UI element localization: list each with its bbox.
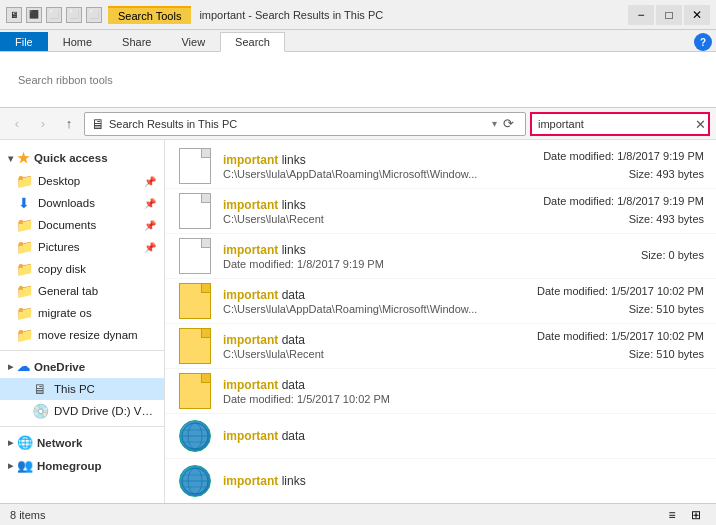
list-view-button[interactable]: ≡	[662, 505, 682, 525]
sidebar-item-copydisk[interactable]: 📁 copy disk	[0, 258, 164, 280]
tb-icon-1[interactable]: ⬛	[26, 7, 42, 23]
sidebar-migrateos-label: migrate os	[38, 307, 156, 319]
file-name-rest: links	[278, 198, 305, 212]
pin-icon: 📌	[144, 176, 156, 187]
file-icon-doc	[177, 238, 213, 274]
pin-icon-2: 📌	[144, 198, 156, 209]
sidebar-item-pictures[interactable]: 📁 Pictures 📌	[0, 236, 164, 258]
quick-access-arrow: ▾	[8, 153, 13, 164]
file-icon-folder	[177, 283, 213, 319]
help-button[interactable]: ?	[694, 33, 712, 51]
homegroup-arrow: ▸	[8, 460, 13, 471]
sidebar-item-desktop[interactable]: 📁 Desktop 📌	[0, 170, 164, 192]
homegroup-header[interactable]: ▸ 👥 Homegroup	[0, 454, 164, 477]
sidebar-item-migrateos[interactable]: 📁 migrate os	[0, 302, 164, 324]
onedrive-header[interactable]: ▸ ☁ OneDrive	[0, 355, 164, 378]
file-name: important links	[223, 153, 504, 167]
file-size: Size: 510 bytes	[504, 346, 704, 364]
file-item[interactable]: important data	[165, 414, 716, 459]
file-item[interactable]: important links	[165, 459, 716, 503]
file-path: C:\Users\lula\Recent	[223, 213, 504, 225]
document-icon	[179, 238, 211, 274]
sidebar-item-downloads[interactable]: ⬇ Downloads 📌	[0, 192, 164, 214]
file-name-highlight: important	[223, 333, 278, 347]
title-bar-icons: 🖥 ⬛ ⬜ ⬜ ⬜	[6, 7, 102, 23]
network-header[interactable]: ▸ 🌐 Network	[0, 431, 164, 454]
file-date: Date modified: 1/5/2017 10:02 PM	[504, 283, 704, 301]
sidebar: ▾ ★ Quick access 📁 Desktop 📌 ⬇ Downloads…	[0, 140, 165, 503]
ribbon-placeholder: Search ribbon tools	[8, 74, 123, 86]
close-button[interactable]: ✕	[684, 5, 710, 25]
file-name-rest: links	[278, 474, 305, 488]
status-bar: 8 items ≡ ⊞	[0, 503, 716, 525]
file-icon-globe	[177, 463, 213, 499]
ribbon-tabs: File Home Share View Search ?	[0, 30, 716, 52]
file-item[interactable]: important links C:\Users\lula\AppData\Ro…	[165, 144, 716, 189]
tb-icon-2[interactable]: ⬜	[46, 7, 62, 23]
file-name-highlight: important	[223, 153, 278, 167]
file-path: C:\Users\lula\Recent	[223, 348, 504, 360]
sidebar-item-thispc[interactable]: 🖥 This PC	[0, 378, 164, 400]
file-icon-doc	[177, 193, 213, 229]
file-info: important data C:\Users\lula\AppData\Roa…	[223, 288, 504, 315]
folder-icon-moveresize: 📁	[16, 327, 32, 343]
file-name-highlight: important	[223, 198, 278, 212]
file-path: C:\Users\lula\AppData\Roaming\Microsoft\…	[223, 303, 504, 315]
network-label: Network	[37, 437, 82, 449]
address-bar[interactable]: 🖥 Search Results in This PC ▾ ⟳	[84, 112, 526, 136]
refresh-button[interactable]: ⟳	[497, 113, 519, 135]
download-icon: ⬇	[16, 195, 32, 211]
onedrive-label: OneDrive	[34, 361, 85, 373]
file-item[interactable]: important data Date modified: 1/5/2017 1…	[165, 369, 716, 414]
file-item[interactable]: important data C:\Users\lula\Recent Date…	[165, 324, 716, 369]
search-clear-button[interactable]: ✕	[695, 116, 706, 131]
item-count: 8 items	[10, 509, 45, 521]
file-item[interactable]: important links Date modified: 1/8/2017 …	[165, 234, 716, 279]
quick-access-header[interactable]: ▾ ★ Quick access	[0, 146, 164, 170]
tab-search[interactable]: Search	[220, 32, 285, 52]
file-info: important links	[223, 474, 504, 488]
file-item[interactable]: important links C:\Users\lula\Recent Dat…	[165, 189, 716, 234]
tb-icon-3[interactable]: ⬜	[66, 7, 82, 23]
file-path: C:\Users\lula\AppData\Roaming\Microsoft\…	[223, 168, 504, 180]
address-text: Search Results in This PC	[109, 118, 488, 130]
file-icon-folder	[177, 328, 213, 364]
sidebar-desktop-label: Desktop	[38, 175, 144, 187]
tab-share[interactable]: Share	[107, 32, 166, 51]
sidebar-item-documents[interactable]: 📁 Documents 📌	[0, 214, 164, 236]
file-size: Size: 493 bytes	[504, 166, 704, 184]
file-path: Date modified: 1/8/2017 9:19 PM	[223, 258, 504, 270]
file-name: important data	[223, 429, 504, 443]
file-info: important links Date modified: 1/8/2017 …	[223, 243, 504, 270]
sidebar-generaltab-label: General tab	[38, 285, 156, 297]
sidebar-item-moveresize[interactable]: 📁 move resize dynam	[0, 324, 164, 346]
details-view-button[interactable]: ⊞	[686, 505, 706, 525]
file-icon-globe	[177, 418, 213, 454]
back-button[interactable]: ‹	[6, 113, 28, 135]
search-box-wrapper: ✕	[530, 112, 710, 136]
up-button[interactable]: ↑	[58, 113, 80, 135]
file-icon-doc	[177, 148, 213, 184]
tb-icon-4[interactable]: ⬜	[86, 7, 102, 23]
minimize-button[interactable]: −	[628, 5, 654, 25]
file-date: Date modified: 1/8/2017 9:19 PM	[504, 193, 704, 211]
sidebar-item-generaltab[interactable]: 📁 General tab	[0, 280, 164, 302]
sidebar-thispc-label: This PC	[54, 383, 156, 395]
quick-access-section: ▾ ★ Quick access 📁 Desktop 📌 ⬇ Downloads…	[0, 146, 164, 346]
maximize-button[interactable]: □	[656, 5, 682, 25]
forward-button[interactable]: ›	[32, 113, 54, 135]
search-input[interactable]	[530, 112, 710, 136]
file-name-rest: links	[278, 243, 305, 257]
sidebar-item-dvd[interactable]: 💿 DVD Drive (D:) VMwa...	[0, 400, 164, 422]
tab-file[interactable]: File	[0, 32, 48, 51]
file-item[interactable]: important data C:\Users\lula\AppData\Roa…	[165, 279, 716, 324]
folder-icon-generaltab: 📁	[16, 283, 32, 299]
file-meta: Size: 0 bytes	[504, 247, 704, 265]
sidebar-dvd-label: DVD Drive (D:) VMwa...	[54, 405, 156, 417]
tab-view[interactable]: View	[166, 32, 220, 51]
file-name-highlight: important	[223, 474, 278, 488]
file-size: Size: 510 bytes	[504, 301, 704, 319]
tab-home[interactable]: Home	[48, 32, 107, 51]
sidebar-documents-label: Documents	[38, 219, 144, 231]
globe-icon	[179, 420, 211, 452]
